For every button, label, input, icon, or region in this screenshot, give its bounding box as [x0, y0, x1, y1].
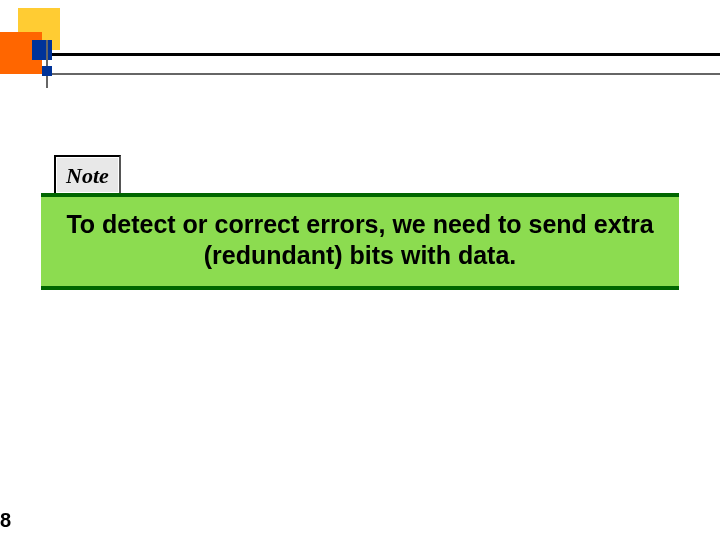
note-banner-text: To detect or correct errors, we need to …	[55, 209, 665, 272]
note-label-box: Note	[54, 155, 121, 195]
page-number: 8	[0, 509, 11, 532]
corner-graphic	[0, 0, 180, 90]
note-banner: To detect or correct errors, we need to …	[41, 193, 679, 290]
rule-vertical	[46, 40, 48, 88]
note-label: Note	[66, 163, 109, 188]
rule-thick	[32, 53, 720, 56]
blue-square-large	[32, 40, 52, 60]
blue-square-small	[42, 66, 52, 76]
rule-thin	[46, 73, 720, 75]
